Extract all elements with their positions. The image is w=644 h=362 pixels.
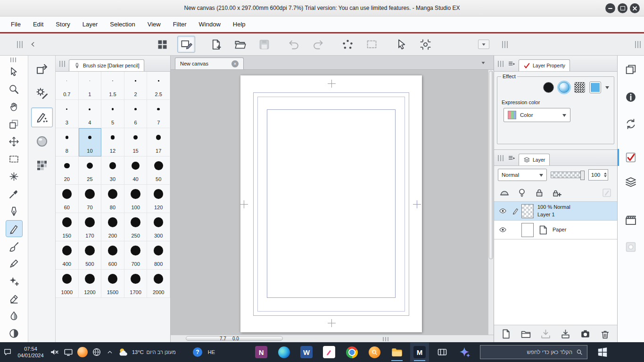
maximize-button[interactable]: [618, 3, 627, 13]
panel-grip[interactable]: [498, 61, 504, 67]
brush-size-1200[interactable]: 1200: [79, 270, 102, 298]
brush-size-8[interactable]: 8: [56, 128, 79, 156]
weather-widget[interactable]: 13°Cמעונן רב היום: [118, 346, 176, 358]
brush-size-3[interactable]: 3: [56, 100, 79, 128]
canvas-viewport[interactable]: [171, 70, 494, 335]
brush-size-800[interactable]: 800: [147, 241, 170, 270]
brush-size-1.5[interactable]: 1.5: [101, 72, 124, 100]
taskbar-search[interactable]: [480, 345, 587, 359]
sync-button[interactable]: [621, 115, 640, 132]
word-button[interactable]: W: [297, 343, 316, 362]
tone-subtool[interactable]: [31, 156, 53, 175]
brush-size-7[interactable]: 7: [147, 100, 170, 128]
status-grip[interactable]: [383, 337, 389, 341]
toolbar-grip-right[interactable]: [502, 41, 508, 48]
effect-off[interactable]: [543, 82, 554, 93]
taskbar-clock[interactable]: 07:5404/01/2024: [16, 346, 45, 359]
layer-thumbnail[interactable]: [521, 223, 534, 237]
toolbar-grip[interactable]: [17, 41, 23, 48]
brush-size-500[interactable]: 500: [79, 241, 102, 270]
transfer-icon[interactable]: [540, 328, 552, 340]
brush-size-50[interactable]: 50: [147, 156, 170, 185]
material-save-icon[interactable]: [579, 328, 591, 340]
chevron-up-icon[interactable]: [106, 348, 114, 356]
hand-tool[interactable]: [6, 98, 23, 115]
layer-row[interactable]: Paper: [494, 221, 617, 239]
layer-tab[interactable]: Layer: [519, 154, 550, 165]
menu-file[interactable]: File: [5, 16, 27, 32]
dock-grip[interactable]: [635, 41, 641, 48]
undo-button[interactable]: [285, 36, 303, 53]
layers-dock-button[interactable]: [621, 174, 640, 191]
blend-tool[interactable]: [6, 307, 23, 324]
new-layer-icon[interactable]: [500, 328, 512, 340]
brush-size-170[interactable]: 170: [79, 213, 102, 241]
collapse-left-icon[interactable]: [29, 40, 37, 49]
canvas-settings-button[interactable]: [177, 36, 195, 53]
move-layer-tool[interactable]: [6, 133, 23, 150]
blend-mode-select[interactable]: Normal: [498, 169, 547, 181]
toolbar-more-dropdown[interactable]: [478, 40, 489, 49]
new-page-button[interactable]: [207, 36, 225, 53]
manga-studio-button[interactable]: M: [410, 343, 429, 362]
edit-box-icon[interactable]: [601, 187, 612, 198]
brush-size-25[interactable]: 25: [79, 156, 102, 185]
eraser-tool[interactable]: [6, 290, 23, 307]
lock-plus-icon[interactable]: [551, 187, 562, 198]
brush-size-1[interactable]: 1: [79, 72, 102, 100]
brush-size-80[interactable]: 80: [101, 185, 124, 213]
object-picker-button[interactable]: [392, 36, 410, 53]
opacity-slider[interactable]: [551, 172, 585, 178]
mask-icon[interactable]: [499, 187, 510, 198]
page[interactable]: [240, 75, 422, 332]
panel-grip[interactable]: [498, 155, 504, 161]
chat-icon[interactable]: [3, 347, 12, 357]
menu-selection[interactable]: Selection: [104, 16, 141, 32]
search-app-button[interactable]: [365, 343, 384, 362]
brush-size-5[interactable]: 5: [101, 100, 124, 128]
brush-size-150[interactable]: 150: [56, 213, 79, 241]
brush-size-120[interactable]: 120: [147, 185, 170, 213]
menu-story[interactable]: Story: [50, 16, 76, 32]
vertical-scrollbar[interactable]: [488, 70, 494, 335]
edge-button[interactable]: [274, 343, 293, 362]
brush-size-700[interactable]: 700: [124, 241, 148, 270]
brush-size-15[interactable]: 15: [124, 128, 148, 156]
operation-tool[interactable]: [6, 63, 23, 80]
brush-size-20[interactable]: 20: [56, 156, 79, 185]
brush-size-2000[interactable]: 2000: [147, 270, 170, 298]
trash-icon[interactable]: [599, 328, 611, 340]
brush-size-200[interactable]: 200: [101, 213, 124, 241]
panel-menu-icon[interactable]: [507, 59, 516, 68]
tone-effect[interactable]: [574, 82, 585, 93]
orange-tray-icon[interactable]: [77, 347, 88, 357]
light-icon[interactable]: [516, 187, 528, 198]
brush-size-2.5[interactable]: 2.5: [147, 72, 170, 100]
redo-button[interactable]: [309, 36, 327, 53]
save-button[interactable]: [255, 36, 273, 53]
brush-size-1500[interactable]: 1500: [101, 270, 124, 298]
rotate-view-tool[interactable]: [6, 115, 23, 132]
brush-size-40[interactable]: 40: [124, 156, 148, 185]
copilot-button[interactable]: [455, 343, 474, 362]
file-explorer-button[interactable]: [388, 343, 406, 362]
import-icon[interactable]: [560, 328, 571, 340]
gear-pen-subtool[interactable]: [31, 83, 53, 103]
close-tab-icon[interactable]: ×: [231, 60, 239, 67]
brush-size-400[interactable]: 400: [56, 241, 79, 270]
eyedropper-tool[interactable]: [6, 185, 23, 202]
search-input[interactable]: [484, 349, 572, 355]
brush-size-30[interactable]: 30: [101, 156, 124, 185]
vertical-scroll-thumb[interactable]: [489, 71, 493, 259]
layer-visibility-toggle[interactable]: [496, 206, 509, 215]
menu-window[interactable]: Window: [193, 16, 227, 32]
help-icon[interactable]: ?: [193, 347, 202, 357]
marker-tool[interactable]: [6, 255, 23, 272]
brush-size-4[interactable]: 4: [79, 100, 102, 128]
mute-icon[interactable]: [49, 347, 59, 357]
marquee-tool[interactable]: [6, 150, 23, 167]
brush-size-300[interactable]: 300: [147, 213, 170, 241]
menu-layer[interactable]: Layer: [76, 16, 104, 32]
brush-size-60[interactable]: 60: [56, 185, 79, 213]
brush-size-2[interactable]: 2: [124, 72, 148, 100]
